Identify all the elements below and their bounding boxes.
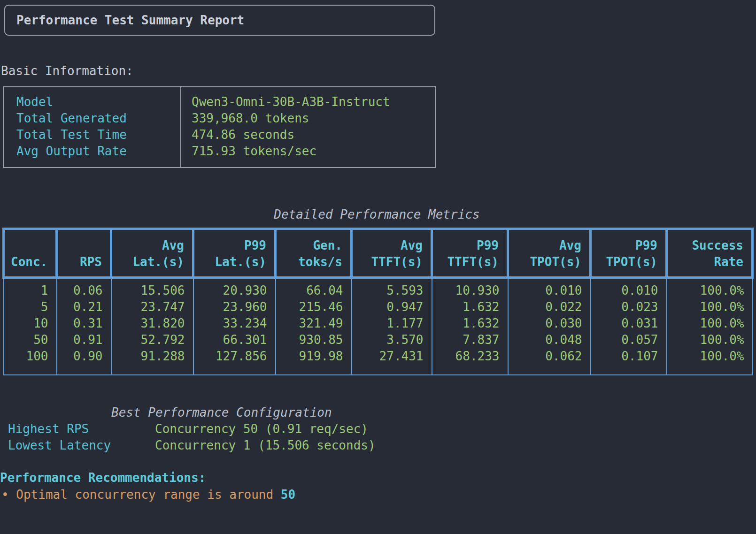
basic-info-value: 715.93 tokens/sec (192, 143, 435, 160)
basic-info-heading: Basic Information: (1, 63, 756, 79)
metrics-table-cell: 930.85 (276, 332, 352, 348)
metrics-table-cell: 0.91 (57, 332, 111, 348)
metrics-table-cell: 100.0% (667, 348, 753, 375)
metrics-table-cell: 7.837 (432, 332, 508, 348)
metrics-table-cell: 33.234 (193, 315, 276, 332)
metrics-table-cell: 127.856 (193, 348, 276, 375)
metrics-table-cell: 215.46 (276, 299, 352, 315)
basic-info-label: Total Generated (16, 110, 180, 127)
metrics-table-cell: 321.49 (276, 315, 352, 332)
metrics-table-cell: 27.431 (352, 348, 432, 375)
best-config-value: Concurrency 50 (0.91 req/sec) (155, 421, 368, 437)
bullet-icon: • (1, 488, 9, 502)
metrics-table-cell: 0.010 (508, 278, 591, 299)
metrics-table-cell: 0.062 (508, 348, 591, 375)
metrics-table-cell: 10.930 (432, 278, 508, 299)
metrics-table-cell: 0.048 (508, 332, 591, 348)
metrics-table-cell: 0.06 (57, 278, 111, 299)
metrics-table-cell: 68.233 (432, 348, 508, 375)
recommendation-text: Optimal concurrency range is around (16, 488, 281, 502)
metrics-table-cell: 31.820 (111, 315, 193, 332)
metrics-table-cell: 0.022 (508, 299, 591, 315)
basic-info-values: Qwen3-Omni-30B-A3B-Instruct 339,968.0 to… (181, 87, 435, 167)
report-title: Performance Test Summary Report (16, 12, 244, 29)
basic-info-value: 339,968.0 tokens (192, 110, 435, 127)
metrics-column-header: Conc. (4, 229, 57, 278)
metrics-column-header: RPS (57, 229, 111, 278)
metrics-table-cell: 5 (4, 299, 57, 315)
metrics-table-cell: 1 (4, 278, 57, 299)
metrics-table-row: 50.2123.74723.960215.460.9471.6320.0220.… (4, 299, 753, 315)
metrics-table-cell: 5.593 (352, 278, 432, 299)
metrics-table-cell: 0.947 (352, 299, 432, 315)
basic-info-table: Model Total Generated Total Test Time Av… (3, 86, 436, 168)
metrics-table-cell: 0.057 (591, 332, 667, 348)
metrics-column-header: Avg TTFT(s) (352, 229, 432, 278)
metrics-table-row: 100.3131.82033.234321.491.1771.6320.0300… (4, 315, 753, 332)
metrics-table-cell: 0.107 (591, 348, 667, 375)
best-config-label: Highest RPS (8, 421, 155, 437)
metrics-table-cell: 0.023 (591, 299, 667, 315)
metrics-table-cell: 1.632 (432, 315, 508, 332)
metrics-column-header: Success Rate (667, 229, 753, 278)
best-config-value: Concurrency 1 (15.506 seconds) (155, 437, 376, 454)
recommendation-highlight: 50 (281, 488, 295, 502)
metrics-table-cell: 66.04 (276, 278, 352, 299)
basic-info-value: Qwen3-Omni-30B-A3B-Instruct (192, 94, 435, 110)
metrics-column-header: Gen. toks/s (276, 229, 352, 278)
best-config-row: Lowest Latency Concurrency 1 (15.506 sec… (8, 437, 756, 454)
metrics-table-cell: 0.90 (57, 348, 111, 375)
metrics-table-cell: 100 (4, 348, 57, 375)
metrics-table-cell: 100.0% (667, 315, 753, 332)
metrics-table-row: 500.9152.79266.301930.853.5707.8370.0480… (4, 332, 753, 348)
metrics-table-body: 10.0615.50620.93066.045.59310.9300.0100.… (4, 278, 753, 375)
metrics-table-cell: 0.031 (591, 315, 667, 332)
metrics-table-cell: 66.301 (193, 332, 276, 348)
metrics-table-cell: 52.792 (111, 332, 193, 348)
metrics-table-row: 1000.9091.288127.856919.9827.43168.2330.… (4, 348, 753, 375)
basic-info-labels: Model Total Generated Total Test Time Av… (4, 87, 181, 167)
metrics-table-cell: 23.960 (193, 299, 276, 315)
best-config-row: Highest RPS Concurrency 50 (0.91 req/sec… (8, 421, 756, 437)
basic-info-value: 474.86 seconds (192, 127, 435, 143)
best-config-title: Best Performance Configuration (111, 404, 756, 421)
metrics-table-cell: 3.570 (352, 332, 432, 348)
recommendations-heading: Performance Recommendations: (0, 470, 756, 486)
recommendation-item: • Optimal concurrency range is around 50 (1, 487, 756, 503)
metrics-table-cell: 20.930 (193, 278, 276, 299)
metrics-table-cell: 1.632 (432, 299, 508, 315)
metrics-table-cell: 50 (4, 332, 57, 348)
basic-info-label: Model (16, 94, 180, 110)
metrics-column-header: P99 TTFT(s) (432, 229, 508, 278)
metrics-table-cell: 15.506 (111, 278, 193, 299)
basic-info-label: Avg Output Rate (16, 143, 180, 160)
metrics-table-cell: 0.010 (591, 278, 667, 299)
metrics-table-cell: 10 (4, 315, 57, 332)
metrics-table-cell: 0.030 (508, 315, 591, 332)
metrics-column-header: P99 Lat.(s) (193, 229, 276, 278)
metrics-table-cell: 919.98 (276, 348, 352, 375)
metrics-column-header: Avg Lat.(s) (111, 229, 193, 278)
metrics-table-title: Detailed Performance Metrics (2, 206, 751, 223)
metrics-table-cell: 100.0% (667, 332, 753, 348)
metrics-column-header: P99 TPOT(s) (591, 229, 667, 278)
metrics-table-cell: 0.31 (57, 315, 111, 332)
metrics-table-cell: 100.0% (667, 299, 753, 315)
metrics-table-cell: 100.0% (667, 278, 753, 299)
best-config-label: Lowest Latency (8, 437, 155, 454)
metrics-table: Conc.RPSAvg Lat.(s)P99 Lat.(s)Gen. toks/… (2, 228, 754, 375)
metrics-table-header: Conc.RPSAvg Lat.(s)P99 Lat.(s)Gen. toks/… (4, 229, 753, 278)
report-title-box: Performance Test Summary Report (4, 5, 435, 36)
metrics-table-cell: 0.21 (57, 299, 111, 315)
metrics-table-row: 10.0615.50620.93066.045.59310.9300.0100.… (4, 278, 753, 299)
metrics-column-header: Avg TPOT(s) (508, 229, 591, 278)
metrics-table-cell: 23.747 (111, 299, 193, 315)
metrics-table-cell: 91.288 (111, 348, 193, 375)
basic-info-label: Total Test Time (16, 127, 180, 143)
metrics-table-cell: 1.177 (352, 315, 432, 332)
